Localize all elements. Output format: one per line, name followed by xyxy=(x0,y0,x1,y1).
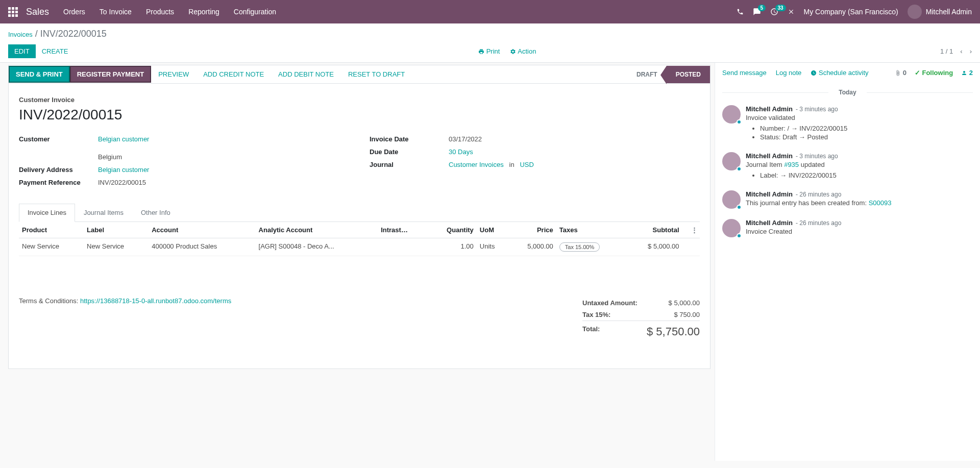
form-sheet: Customer Invoice INV/2022/00015 Customer… xyxy=(8,83,710,369)
menu-to-invoice[interactable]: To Invoice xyxy=(100,8,132,16)
breadcrumb: Invoices / INV/2022/00015 xyxy=(8,29,972,39)
col-quantity[interactable]: Quantity xyxy=(427,222,477,238)
activities-badge: 33 xyxy=(775,5,786,11)
invoice-lines-table: Product Label Account Analytic Account I… xyxy=(19,222,700,256)
msg-text: This journal entry has been created from… xyxy=(746,199,973,207)
tax-label: Tax 15%: xyxy=(582,311,610,318)
user-menu[interactable]: Mitchell Admin xyxy=(908,5,972,19)
msg-time: - 3 minutes ago xyxy=(796,153,838,160)
tab-journal-items[interactable]: Journal Items xyxy=(75,204,132,221)
journal-in: in xyxy=(509,161,514,168)
payref-label: Payment Reference xyxy=(19,179,98,186)
schedule-activity-button[interactable]: Schedule activity xyxy=(811,69,868,77)
pager-prev[interactable]: ‹ xyxy=(960,47,962,55)
tax-value: $ 750.00 xyxy=(674,311,700,318)
chatter-message: Mitchell Admin- 3 minutes ago Journal It… xyxy=(715,147,980,185)
breadcrumb-root[interactable]: Invoices xyxy=(8,31,33,38)
create-button[interactable]: CREATE xyxy=(36,44,75,58)
reset-to-draft-button[interactable]: RESET TO DRAFT xyxy=(341,66,412,83)
log-note-button[interactable]: Log note xyxy=(776,69,802,77)
send-message-button[interactable]: Send message xyxy=(722,69,767,77)
menu-orders[interactable]: Orders xyxy=(63,8,85,16)
delivery-link[interactable]: Belgian customer xyxy=(98,166,149,174)
cell-qty: 1.00 xyxy=(427,238,477,256)
activities-icon[interactable]: 33 xyxy=(770,8,778,16)
cell-analytic: [AGR] S00048 - Deco A... xyxy=(256,238,378,256)
messages-icon[interactable]: 5 xyxy=(753,8,761,16)
apps-icon[interactable] xyxy=(8,7,18,17)
attachment-count[interactable]: 0 xyxy=(895,69,906,77)
print-button[interactable]: Print xyxy=(478,47,500,55)
journal-item-link[interactable]: #935 xyxy=(784,161,799,168)
pager-text: 1 / 1 xyxy=(940,47,953,55)
add-debit-note-button[interactable]: ADD DEBIT NOTE xyxy=(271,66,341,83)
menu-configuration[interactable]: Configuration xyxy=(234,8,276,16)
msg-text: Journal Item #935 updated xyxy=(746,161,973,168)
journal-label: Journal xyxy=(370,161,449,168)
msg-author: Mitchell Admin xyxy=(746,152,793,160)
msg-bullet: Label: → INV/2022/00015 xyxy=(760,171,973,179)
menu-products[interactable]: Products xyxy=(146,8,174,16)
menu-reporting[interactable]: Reporting xyxy=(188,8,219,16)
total-label: Total: xyxy=(582,325,600,338)
debug-icon[interactable] xyxy=(788,8,795,15)
chatter-today-separator: Today xyxy=(715,89,980,96)
avatar-icon xyxy=(722,219,741,237)
col-account[interactable]: Account xyxy=(149,222,255,238)
tab-invoice-lines[interactable]: Invoice Lines xyxy=(19,204,75,222)
messages-badge: 5 xyxy=(758,5,766,11)
col-label[interactable]: Label xyxy=(84,222,149,238)
untaxed-label: Untaxed Amount: xyxy=(582,299,638,307)
following-button[interactable]: ✓ Following xyxy=(915,69,953,77)
stage-posted[interactable]: POSTED xyxy=(667,66,710,83)
edit-button[interactable]: EDIT xyxy=(8,44,36,58)
col-intrastat[interactable]: Intrast… xyxy=(378,222,427,238)
msg-bullet: Status: Draft → Posted xyxy=(760,133,973,141)
source-order-link[interactable]: S00093 xyxy=(869,199,892,207)
cell-account: 400000 Product Sales xyxy=(149,238,255,256)
breadcrumb-current: INV/2022/00015 xyxy=(40,29,107,39)
due-date-link[interactable]: 30 Days xyxy=(449,148,473,156)
terms-link[interactable]: https://13688718-15-0-all.runbot87.odoo.… xyxy=(80,297,231,305)
company-selector[interactable]: My Company (San Francisco) xyxy=(804,8,898,16)
col-product[interactable]: Product xyxy=(19,222,84,238)
customer-label: Customer xyxy=(19,135,98,143)
terms-prefix: Terms & Conditions: xyxy=(19,297,80,305)
journal-link[interactable]: Customer Invoices xyxy=(449,161,504,168)
pager-next[interactable]: › xyxy=(970,47,972,55)
add-credit-note-button[interactable]: ADD CREDIT NOTE xyxy=(196,66,271,83)
msg-time: - 3 minutes ago xyxy=(796,106,838,113)
phone-icon[interactable] xyxy=(737,8,744,15)
app-brand[interactable]: Sales xyxy=(26,7,49,17)
cell-taxes: Tax 15.00% xyxy=(556,238,626,256)
tab-other-info[interactable]: Other Info xyxy=(132,204,179,221)
top-nav: Sales Orders To Invoice Products Reporti… xyxy=(0,0,980,23)
cell-label: New Service xyxy=(84,238,149,256)
cell-intrastat xyxy=(378,238,427,256)
preview-button[interactable]: PREVIEW xyxy=(151,66,196,83)
customer-link[interactable]: Belgian customer xyxy=(98,135,149,143)
invoice-date-label: Invoice Date xyxy=(370,135,449,143)
action-button[interactable]: Action xyxy=(510,47,536,55)
due-date-label: Due Date xyxy=(370,148,449,156)
msg-author: Mitchell Admin xyxy=(746,105,793,113)
col-analytic[interactable]: Analytic Account xyxy=(256,222,378,238)
control-bar: Invoices / INV/2022/00015 EDIT CREATE Pr… xyxy=(0,23,980,63)
col-price[interactable]: Price xyxy=(508,222,556,238)
form-subtitle: Customer Invoice xyxy=(19,96,700,104)
delivery-label: Delivery Address xyxy=(19,166,98,174)
table-row[interactable]: New Service New Service 400000 Product S… xyxy=(19,238,700,256)
col-uom[interactable]: UoM xyxy=(477,222,508,238)
chatter-message: Mitchell Admin- 26 minutes ago Invoice C… xyxy=(715,214,980,242)
msg-bullet: Number: / → INV/2022/00015 xyxy=(760,125,973,132)
msg-text: Invoice validated xyxy=(746,114,973,121)
follower-count[interactable]: 2 xyxy=(961,69,973,77)
register-payment-button[interactable]: REGISTER PAYMENT xyxy=(70,66,151,83)
cell-product: New Service xyxy=(19,238,84,256)
send-print-button[interactable]: SEND & PRINT xyxy=(9,66,70,83)
col-taxes[interactable]: Taxes xyxy=(556,222,626,238)
col-subtotal[interactable]: Subtotal xyxy=(626,222,682,238)
col-options-icon[interactable]: ⋮ xyxy=(682,222,700,238)
user-name: Mitchell Admin xyxy=(926,8,972,16)
currency-link[interactable]: USD xyxy=(520,161,533,168)
